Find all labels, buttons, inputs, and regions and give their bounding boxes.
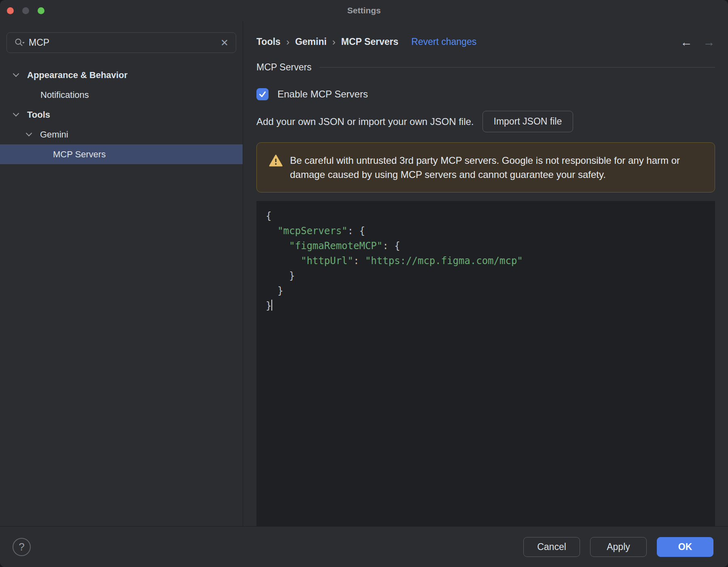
code-line: }: [266, 284, 707, 298]
warning-triangle-icon: [269, 154, 283, 169]
sidebar-item-label: Gemini: [40, 129, 68, 140]
code-line: "mcpServers": {: [266, 224, 707, 239]
section-title: MCP Servers: [256, 62, 311, 73]
sidebar-item-label: Appearance & Behavior: [27, 70, 127, 80]
chevron-down-icon[interactable]: [13, 110, 19, 117]
code-token: [266, 240, 289, 252]
zoom-window-icon[interactable]: [38, 7, 44, 14]
settings-content: Tools › Gemini › MCP Servers Revert chan…: [243, 21, 728, 526]
import-json-file-button[interactable]: Import JSON file: [483, 111, 574, 132]
checkbox-checked-icon[interactable]: [256, 88, 269, 100]
code-token: : {: [347, 225, 365, 237]
enable-mcp-servers-label: Enable MCP Servers: [277, 89, 368, 100]
search-input[interactable]: [29, 37, 216, 48]
warning-text: Be careful with untrusted 3rd party MCP …: [290, 153, 703, 182]
code-line: }: [266, 269, 707, 284]
section-header: MCP Servers: [256, 62, 715, 73]
revert-changes-link[interactable]: Revert changes: [411, 36, 476, 47]
apply-button[interactable]: Apply: [590, 537, 647, 557]
sidebar-item-notifications[interactable]: Notifications: [0, 85, 243, 105]
ok-button[interactable]: OK: [657, 537, 713, 557]
chevron-down-icon[interactable]: [13, 71, 19, 77]
close-window-icon[interactable]: [7, 7, 14, 14]
search-icon[interactable]: [14, 38, 25, 48]
text-caret: [271, 300, 272, 311]
import-json-row: Add your own JSON or import your own JSO…: [256, 111, 715, 132]
sidebar-item-label: Notifications: [40, 90, 89, 100]
code-line: "figmaRemoteMCP": {: [266, 239, 707, 254]
footer-buttons: Cancel Apply OK: [523, 537, 713, 557]
back-arrow-icon[interactable]: ←: [680, 36, 692, 48]
breadcrumb: Tools › Gemini › MCP Servers Revert chan…: [256, 34, 715, 50]
code-token: "https://mcp.figma.com/mcp": [365, 255, 523, 267]
untrusted-servers-warning-banner: Be careful with untrusted 3rd party MCP …: [256, 142, 715, 193]
code-token: "httpUrl": [301, 255, 353, 267]
breadcrumb-separator: ›: [286, 36, 290, 48]
settings-window: Settings ✕ Appearance & Behavior: [0, 0, 728, 567]
settings-sidebar: ✕ Appearance & Behavior Notifications To…: [0, 21, 243, 526]
settings-search-box[interactable]: ✕: [6, 32, 236, 53]
settings-tree: Appearance & Behavior Notifications Tool…: [0, 65, 243, 164]
sidebar-item-gemini[interactable]: Gemini: [0, 125, 243, 144]
code-token: "mcpServers": [277, 225, 347, 237]
code-token: }: [266, 300, 271, 311]
code-token: [266, 225, 277, 237]
history-nav: ← →: [680, 36, 715, 48]
chevron-down-icon[interactable]: [26, 130, 32, 137]
breadcrumb-separator: ›: [332, 36, 336, 48]
sidebar-item-label: MCP Servers: [53, 149, 106, 160]
code-token: }: [266, 285, 283, 296]
sidebar-item-appearance-behavior[interactable]: Appearance & Behavior: [0, 65, 243, 85]
breadcrumb-gemini[interactable]: Gemini: [295, 36, 327, 47]
code-line: }: [266, 298, 707, 313]
sidebar-item-tools[interactable]: Tools: [0, 105, 243, 125]
code-token: : {: [383, 240, 400, 252]
json-editor[interactable]: { "mcpServers": { "figmaRemoteMCP": { "h…: [256, 201, 715, 526]
help-icon[interactable]: ?: [13, 538, 31, 556]
clear-search-icon[interactable]: ✕: [220, 38, 229, 48]
code-token: :: [353, 255, 365, 267]
enable-mcp-servers-checkbox-row[interactable]: Enable MCP Servers: [256, 88, 715, 100]
breadcrumb-mcp-servers[interactable]: MCP Servers: [341, 36, 399, 47]
section-divider: [320, 67, 715, 68]
titlebar: Settings: [0, 0, 728, 21]
forward-arrow-icon[interactable]: →: [703, 36, 715, 48]
window-title: Settings: [0, 6, 728, 15]
code-line: {: [266, 209, 707, 224]
footer-bar: ? Cancel Apply OK: [0, 526, 728, 567]
minimize-window-icon[interactable]: [22, 7, 29, 14]
code-line: "httpUrl": "https://mcp.figma.com/mcp": [266, 254, 707, 269]
import-json-description: Add your own JSON or import your own JSO…: [256, 116, 474, 127]
code-token: [266, 255, 301, 267]
sidebar-item-mcp-servers[interactable]: MCP Servers: [0, 144, 243, 164]
breadcrumb-tools[interactable]: Tools: [256, 36, 281, 47]
cancel-button[interactable]: Cancel: [523, 537, 580, 557]
sidebar-item-label: Tools: [27, 110, 50, 120]
code-token: "figmaRemoteMCP": [289, 240, 383, 252]
code-token: {: [266, 210, 271, 222]
code-token: }: [266, 270, 295, 281]
traffic-lights: [7, 7, 44, 14]
